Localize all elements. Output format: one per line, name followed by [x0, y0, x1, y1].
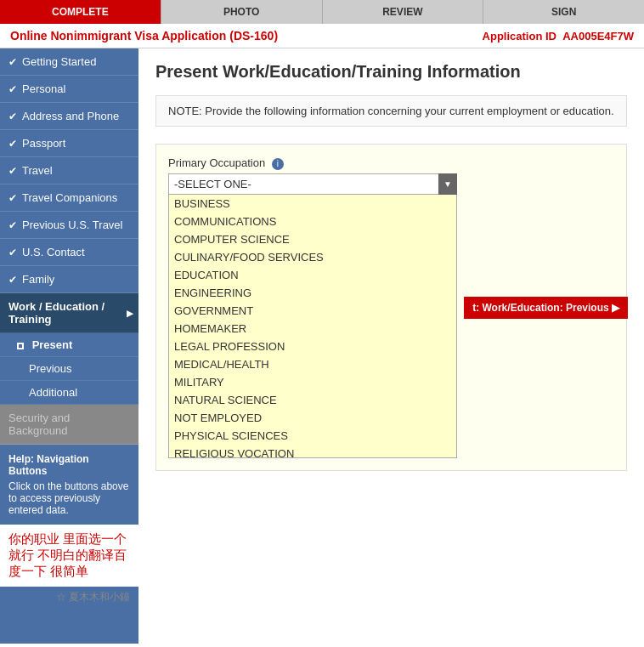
- subitem-label: Additional: [17, 386, 77, 399]
- app-id-label: Application ID: [483, 30, 556, 43]
- sidebar-label: Travel: [22, 164, 53, 177]
- sidebar-item-travel-companions[interactable]: ✔ Travel Companions: [0, 184, 138, 212]
- list-item[interactable]: CULINARY/FOOD SERVICES: [169, 248, 456, 266]
- help-description: Click on the buttons above to access pre…: [8, 480, 130, 516]
- sidebar-subitem-previous[interactable]: Previous: [0, 357, 138, 381]
- list-item[interactable]: PHYSICAL SCIENCES: [169, 427, 456, 445]
- form-area: Primary Occupation i -SELECT ONE- ▼ BUSI…: [155, 144, 627, 471]
- note-box: NOTE: Provide the following information …: [155, 95, 627, 127]
- sidebar-label: Previous U.S. Travel: [22, 219, 123, 231]
- nav-button-overlay: t: Work/Education: Previous ▶: [464, 297, 628, 319]
- list-item[interactable]: LEGAL PROFESSION: [169, 338, 456, 355]
- chinese-text: 你的职业 里面选一个就行 不明白的翻译百度一下 很简单: [0, 525, 138, 587]
- tab-photo[interactable]: PHOTO: [161, 0, 323, 24]
- app-header: Online Nonimmigrant Visa Application (DS…: [0, 24, 644, 48]
- sidebar-label: Getting Started: [22, 55, 96, 68]
- page-title: Present Work/Education/Training Informat…: [155, 62, 627, 82]
- content-area: Present Work/Education/Training Informat…: [138, 48, 644, 644]
- help-section: Help: Navigation Buttons Click on the bu…: [0, 445, 138, 525]
- sidebar-item-family[interactable]: ✔ Family: [0, 266, 138, 293]
- primary-occupation-label: Primary Occupation i: [168, 156, 614, 170]
- sidebar-label: Passport: [22, 137, 65, 150]
- nav-button-previous[interactable]: t: Work/Education: Previous ▶: [464, 297, 628, 319]
- sidebar-item-personal[interactable]: ✔ Personal: [0, 76, 138, 103]
- sidebar-item-passport[interactable]: ✔ Passport: [0, 130, 138, 157]
- sidebar-item-travel[interactable]: ✔ Travel: [0, 157, 138, 184]
- sidebar-item-getting-started[interactable]: ✔ Getting Started: [0, 48, 138, 76]
- list-item[interactable]: GOVERNMENT: [169, 302, 456, 320]
- top-nav: COMPLETE PHOTO REVIEW SIGN: [0, 0, 644, 24]
- list-item[interactable]: MEDICAL/HEALTH: [169, 355, 456, 373]
- list-item[interactable]: COMPUTER SCIENCE: [169, 230, 456, 248]
- list-item[interactable]: RELIGIOUS VOCATION: [169, 445, 456, 458]
- check-icon: ✔: [8, 219, 17, 231]
- sidebar-item-work-education[interactable]: Work / Education / Training: [0, 293, 138, 333]
- sidebar-label: Work / Education / Training: [8, 300, 130, 326]
- app-id-value: AA005E4F7W: [562, 30, 634, 43]
- subitem-label: Previous: [17, 362, 72, 375]
- list-item[interactable]: NOT EMPLOYED: [169, 409, 456, 427]
- check-icon: ✔: [8, 83, 17, 95]
- check-icon: ✔: [8, 274, 17, 286]
- sidebar-label: Personal: [22, 82, 65, 95]
- list-item[interactable]: COMMUNICATIONS: [169, 213, 456, 230]
- sidebar-item-previous-us-travel[interactable]: ✔ Previous U.S. Travel: [0, 212, 138, 239]
- select-arrow-icon[interactable]: ▼: [438, 173, 457, 195]
- sidebar-item-us-contact[interactable]: ✔ U.S. Contact: [0, 239, 138, 266]
- sidebar-subitem-present[interactable]: Present: [0, 333, 138, 357]
- select-display[interactable]: -SELECT ONE-: [168, 173, 457, 195]
- app-title: Online Nonimmigrant Visa Application (DS…: [10, 29, 278, 43]
- note-text: NOTE: Provide the following information …: [168, 105, 614, 117]
- info-icon[interactable]: i: [272, 158, 284, 170]
- sidebar-label: Security and Background: [8, 411, 130, 437]
- sidebar-item-address-phone[interactable]: ✔ Address and Phone: [0, 103, 138, 130]
- list-item[interactable]: HOMEMAKER: [169, 320, 456, 338]
- help-title: Help: Navigation Buttons: [8, 453, 130, 477]
- check-icon: ✔: [8, 56, 17, 68]
- sidebar-subitem-additional[interactable]: Additional: [0, 381, 138, 405]
- check-icon: ✔: [8, 247, 17, 258]
- list-item[interactable]: BUSINESS: [169, 195, 456, 213]
- dropdown-list[interactable]: BUSINESSCOMMUNICATIONSCOMPUTER SCIENCECU…: [168, 195, 457, 458]
- list-item[interactable]: EDUCATION: [169, 266, 456, 284]
- sidebar-label: U.S. Contact: [22, 246, 85, 258]
- tab-complete[interactable]: COMPLETE: [0, 0, 161, 24]
- check-icon: ✔: [8, 111, 17, 122]
- list-item[interactable]: MILITARY: [169, 373, 456, 391]
- select-container: -SELECT ONE- ▼: [168, 173, 457, 195]
- app-id: Application ID AA005E4F7W: [483, 30, 634, 43]
- sidebar-label: Travel Companions: [22, 191, 117, 204]
- check-icon: ✔: [8, 165, 17, 177]
- main-layout: ✔ Getting Started ✔ Personal ✔ Address a…: [0, 48, 644, 644]
- subitem-label: Present: [32, 338, 73, 351]
- sidebar-item-security-background: Security and Background: [0, 405, 138, 445]
- sidebar: ✔ Getting Started ✔ Personal ✔ Address a…: [0, 48, 138, 644]
- list-item[interactable]: NATURAL SCIENCE: [169, 391, 456, 409]
- check-icon: ✔: [8, 192, 17, 204]
- sidebar-label: Family: [22, 273, 54, 286]
- bullet-icon: [17, 343, 24, 349]
- check-icon: ✔: [8, 138, 17, 150]
- tab-review[interactable]: REVIEW: [323, 0, 484, 24]
- watermark: ☆ 夏木木和小鐘: [0, 587, 138, 608]
- list-item[interactable]: ENGINEERING: [169, 284, 456, 302]
- tab-sign[interactable]: SIGN: [483, 0, 644, 24]
- sidebar-label: Address and Phone: [22, 110, 119, 122]
